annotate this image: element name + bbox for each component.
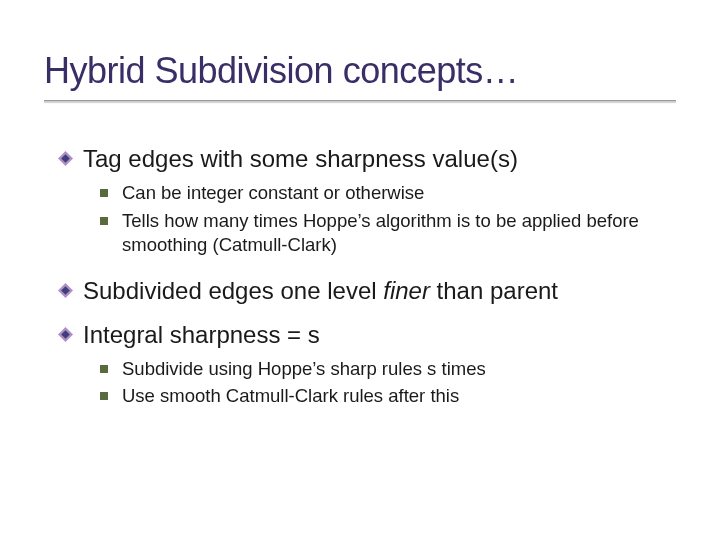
square-bullet-icon (100, 217, 108, 225)
title-underline (44, 100, 676, 102)
slide: Hybrid Subdivision concepts… Tag edges w… (0, 0, 720, 540)
bullet-item: Subdivided edges one level finer than pa… (58, 276, 676, 305)
bullet-text: Subdivided edges one level finer than pa… (83, 276, 558, 305)
sub-bullet-item: Use smooth Catmull-Clark rules after thi… (100, 384, 676, 408)
sub-bullet-text: Use smooth Catmull-Clark rules after thi… (122, 384, 459, 408)
text-segment: than parent (430, 277, 558, 304)
sub-bullet-text: Can be integer constant or otherwise (122, 181, 424, 205)
sub-bullet-item: Subdivide using Hoppe’s sharp rules s ti… (100, 357, 676, 381)
slide-title: Hybrid Subdivision concepts… (44, 50, 676, 92)
square-bullet-icon (100, 189, 108, 197)
sub-bullet-group: Subdivide using Hoppe’s sharp rules s ti… (100, 357, 676, 408)
bullet-item: Integral sharpness = s (58, 320, 676, 349)
bullet-text: Integral sharpness = s (83, 320, 320, 349)
sub-bullet-text: Tells how many times Hoppe’s algorithm i… (122, 209, 676, 256)
square-bullet-icon (100, 365, 108, 373)
diamond-bullet-icon (58, 283, 73, 302)
sub-bullet-group: Can be integer constant or otherwise Tel… (100, 181, 676, 256)
diamond-bullet-icon (58, 151, 73, 170)
diamond-bullet-icon (58, 327, 73, 346)
bullet-item: Tag edges with some sharpness value(s) (58, 144, 676, 173)
sub-bullet-item: Can be integer constant or otherwise (100, 181, 676, 205)
sub-bullet-text: Subdivide using Hoppe’s sharp rules s ti… (122, 357, 486, 381)
bullet-text: Tag edges with some sharpness value(s) (83, 144, 518, 173)
sub-bullet-item: Tells how many times Hoppe’s algorithm i… (100, 209, 676, 256)
text-segment: Subdivided edges one level (83, 277, 383, 304)
slide-body: Tag edges with some sharpness value(s) C… (44, 144, 676, 408)
text-emphasis: finer (383, 277, 430, 304)
square-bullet-icon (100, 392, 108, 400)
